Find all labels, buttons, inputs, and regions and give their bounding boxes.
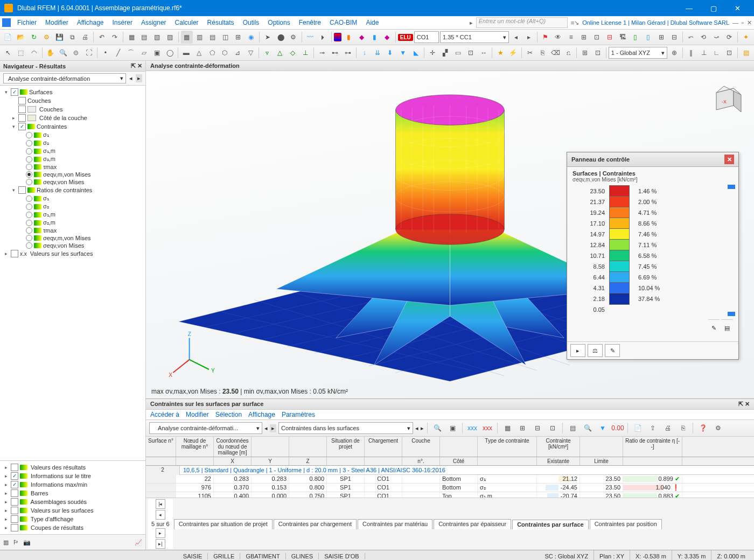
res-t4-icon[interactable]: ⊡ xyxy=(546,422,559,435)
tree-stress-1[interactable]: σ₂ xyxy=(1,139,144,147)
ld2-icon[interactable]: ⇊ xyxy=(372,46,383,59)
results-tree[interactable]: ▾ Surfaces Couches Couches▸ Côté de la c… xyxy=(0,86,145,460)
results-pin-icon[interactable]: ⇱ xyxy=(738,401,743,407)
mdi-minimize-button[interactable]: — xyxy=(732,19,738,26)
results-category-combo[interactable]: Contraintes dans les surfaces▾ xyxy=(278,422,413,434)
menu-cao-bim[interactable]: CAO-BIM xyxy=(325,18,361,27)
cube-icon[interactable]: ◉ xyxy=(245,31,257,44)
hand-icon[interactable]: ✋ xyxy=(44,46,56,59)
res-t6-icon[interactable]: 🔍 xyxy=(581,422,594,435)
t-d-icon[interactable]: 🏗 xyxy=(617,31,629,44)
cp-scale-icon[interactable]: ▤ xyxy=(721,319,733,336)
save-all-icon[interactable]: ⧉ xyxy=(67,31,79,44)
res-zoom-icon[interactable]: 🔍 xyxy=(431,422,444,435)
m1-icon[interactable]: ▬ xyxy=(180,46,192,59)
disp-5[interactable]: ▸ Valeurs sur les surfaces xyxy=(1,506,144,515)
save-icon[interactable]: 💾 xyxy=(54,31,66,44)
res-filter-icon[interactable]: ▼ xyxy=(596,422,609,435)
clr2-icon[interactable]: ▮ xyxy=(343,31,354,44)
sup3-icon[interactable]: ◇ xyxy=(287,46,299,59)
res-export-icon[interactable]: ⇪ xyxy=(646,422,659,435)
res-menu-modifier[interactable]: Modifier xyxy=(186,411,209,418)
tree-ratio-6[interactable]: σeqv,von Mises xyxy=(1,242,144,249)
ld5-icon[interactable]: ◣ xyxy=(410,46,422,59)
cp-btn1-icon[interactable]: ▸ xyxy=(570,344,585,357)
grp2-icon[interactable]: ⊡ xyxy=(592,46,604,59)
tool-a-icon[interactable]: ▦ xyxy=(125,31,137,44)
menu-assigner[interactable]: Assigner xyxy=(137,18,171,27)
nav-prev-icon[interactable]: ◂ xyxy=(129,75,132,82)
menu-insérer[interactable]: Insérer xyxy=(108,18,137,27)
t-e-icon[interactable]: ▯ xyxy=(630,31,641,44)
tool-c-icon[interactable]: ▧ xyxy=(151,31,163,44)
dim-icon[interactable]: ↔ xyxy=(478,46,490,59)
res-prev2-icon[interactable]: ◂ xyxy=(415,425,418,432)
res-print2-icon[interactable]: 🖨 xyxy=(661,422,674,435)
res-menu-sélection[interactable]: Sélection xyxy=(215,411,242,418)
layer-icon[interactable]: ▤ xyxy=(740,46,752,59)
legend-slider-top[interactable] xyxy=(728,185,735,189)
status-btn-grille[interactable]: GRILLE xyxy=(208,553,240,559)
tree-layers[interactable]: Couches xyxy=(1,96,144,105)
node-icon[interactable]: • xyxy=(100,46,111,59)
display-options-list[interactable]: ▸ Valeurs des résultats▸ Informations su… xyxy=(0,460,145,534)
rel2-icon[interactable]: ⊷ xyxy=(329,46,341,59)
rel1-icon[interactable]: ⊸ xyxy=(316,46,328,59)
t-a-icon[interactable]: ⊞ xyxy=(578,31,590,44)
tree-ratio-1[interactable]: σ₂ xyxy=(1,202,144,211)
flag-icon[interactable]: ⚑ xyxy=(540,31,551,44)
select-icon[interactable]: ⬚ xyxy=(15,46,27,59)
radio[interactable] xyxy=(26,156,32,163)
tree-stress-4[interactable]: τmax xyxy=(1,163,144,171)
res-next2-icon[interactable]: ▸ xyxy=(421,425,424,432)
radio[interactable] xyxy=(26,235,32,241)
clr5-icon[interactable]: ◆ xyxy=(381,31,393,44)
menu-modifier[interactable]: Modifier xyxy=(41,18,73,27)
xyz-x-icon[interactable]: ⊕ xyxy=(668,46,680,59)
radio[interactable] xyxy=(26,212,32,218)
prev-icon[interactable]: ◂ xyxy=(510,31,522,44)
keyword-search[interactable]: Entrez un mot-clé (Alt+Q) xyxy=(476,17,568,28)
results-tab-2[interactable]: Contraintes par matériau xyxy=(358,519,432,529)
menu-fichier[interactable]: Fichier xyxy=(13,18,41,27)
ld1-icon[interactable]: ↓ xyxy=(359,46,371,59)
disp-4[interactable]: ▸ Assemblages soudés xyxy=(1,498,144,506)
zoom-out-icon[interactable]: ⊝ xyxy=(70,46,82,59)
tree-stress-6[interactable]: σeqv,von Mises xyxy=(1,178,144,186)
close-button[interactable]: ✕ xyxy=(725,0,750,16)
tree-layer-side[interactable]: ▸ Côté de la couche xyxy=(1,114,144,122)
tree-ratio-4[interactable]: τmax xyxy=(1,227,144,234)
pick-icon[interactable]: ▞ xyxy=(439,46,451,59)
next-icon[interactable]: ▸ xyxy=(523,31,535,44)
edit4-icon[interactable]: ⎌ xyxy=(562,46,574,59)
r3-icon[interactable]: ⤻ xyxy=(710,31,722,44)
mdi-restore-button[interactable]: ▫ xyxy=(742,19,744,26)
cursor-icon[interactable]: ↖ xyxy=(2,46,14,59)
cp-btn2-icon[interactable]: ⚖ xyxy=(588,344,603,357)
tree-surfaces[interactable]: ▾ Surfaces xyxy=(1,88,144,96)
res-mark-icon[interactable]: xxx xyxy=(481,422,494,435)
zoom-icon[interactable]: 🔍 xyxy=(57,46,69,59)
status-btn-glines[interactable]: GLINES xyxy=(286,553,319,559)
nav-camera-icon[interactable]: 📷 xyxy=(23,539,31,546)
res-cfg-icon[interactable]: ⚙ xyxy=(711,422,724,435)
grid1-icon[interactable]: ▦ xyxy=(181,31,193,44)
tree-ratio-5[interactable]: σeqv,m,von Mises xyxy=(1,234,144,242)
settings-icon[interactable]: ⚙ xyxy=(41,31,53,44)
ld3-icon[interactable]: ⬇ xyxy=(385,46,396,59)
load-combo-expr[interactable]: 1.35 * CC1▾ xyxy=(440,31,509,43)
res-t2-icon[interactable]: ⊞ xyxy=(516,422,529,435)
table-row[interactable]: 11050.4000.0000.750 SP1CO1Top σ₁,m -20.7… xyxy=(146,492,754,498)
gear-icon[interactable]: ⚙ xyxy=(288,31,299,44)
radio[interactable] xyxy=(26,148,32,155)
tree-ratio-0[interactable]: σ₁ xyxy=(1,194,144,202)
filter-icon[interactable]: ≡ xyxy=(565,31,577,44)
res-menu-paramètres[interactable]: Paramètres xyxy=(282,411,315,418)
tree-stresses[interactable]: ▾ Contraintes xyxy=(1,122,144,131)
results-analysis-combo[interactable]: Analyse contrainte-déformati...▾ xyxy=(149,422,262,434)
disp-1[interactable]: ▸ Informations sur le titre xyxy=(1,472,144,480)
edit3-icon[interactable]: ⌫ xyxy=(550,46,562,59)
play-icon[interactable]: ⏵ xyxy=(317,31,329,44)
radio[interactable] xyxy=(26,164,32,170)
arrow-icon[interactable]: ➤ xyxy=(262,31,274,44)
